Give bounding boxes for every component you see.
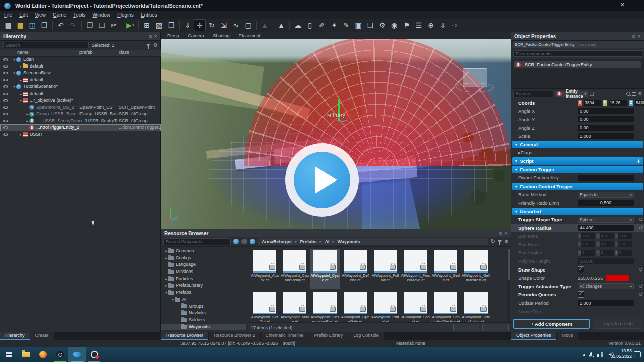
disabled-action-button[interactable]: [482, 324, 509, 331]
tree-expand-icon[interactable]: ▸: [19, 63, 23, 70]
reset-icon[interactable]: ↺: [639, 284, 643, 289]
globe-icon[interactable]: ⊕: [425, 20, 436, 31]
vector-component[interactable]: Y0: [596, 250, 614, 256]
shading-menu[interactable]: Shading: [213, 33, 230, 38]
tab-cinematic-timeline[interactable]: Cinematic Timeline: [261, 332, 309, 340]
folder-tree-item[interactable]: ▾Prefabs: [161, 289, 246, 296]
property-value-field[interactable]: 44.400: [578, 225, 634, 231]
markers-icon[interactable]: ⚑: [401, 20, 412, 31]
resource-item[interactable]: AIWaypoint_ObservationPost.et: [310, 291, 340, 322]
col-class[interactable]: class: [119, 50, 129, 55]
taskbar-clock[interactable]: 10:53 31.05.2022: [610, 348, 632, 359]
height-ruler-icon[interactable]: ▯: [304, 20, 315, 31]
close-panel-icon[interactable]: ✕: [154, 34, 157, 39]
vector-component[interactable]: Y-0.5: [596, 233, 614, 239]
menu-plugins[interactable]: Plugins: [117, 12, 134, 18]
section-header-general[interactable]: ▾General: [512, 141, 643, 148]
filter-icon[interactable]: [146, 44, 150, 47]
tree-expand-icon[interactable]: ▸: [25, 118, 29, 125]
hierarchy-row[interactable]: S...ntrolTriggerEntity_2...tionControlTr…: [0, 124, 161, 131]
property-row[interactable]: Shape Color255,0,0,255: [511, 274, 644, 282]
tree-collapse-icon[interactable]: ▾: [19, 97, 23, 104]
hierarchy-row[interactable]: SSpawnPoint_US_2SpawnPoint_USSCR_SpawnPo…: [0, 104, 161, 111]
filter-components-input[interactable]: [513, 50, 642, 57]
menu-game[interactable]: Game: [53, 12, 66, 18]
firefox-icon[interactable]: [34, 347, 51, 362]
tree-expand-icon[interactable]: ▸: [164, 276, 168, 283]
external-edit-icon[interactable]: ❐: [39, 20, 50, 31]
visibility-toggle[interactable]: [0, 58, 11, 61]
breadcrumb-item[interactable]: AI: [325, 239, 330, 244]
rotate-icon[interactable]: ↻: [206, 20, 217, 31]
tree-expand-icon[interactable]: ▸: [164, 248, 168, 255]
scale-icon[interactable]: ⇲: [218, 20, 229, 31]
ocean-icon[interactable]: ◉: [389, 20, 400, 31]
terrain-sculpt-icon[interactable]: ▲: [259, 20, 270, 31]
hierarchy-row[interactable]: ▸default: [0, 77, 161, 84]
menu-entities[interactable]: Entities: [141, 12, 157, 18]
folder-tree-item[interactable]: Soldiers: [161, 317, 246, 324]
resource-item[interactable]: AIWaypoint_GetIn.et: [431, 249, 460, 289]
placement-menu[interactable]: Placement: [239, 33, 261, 38]
close-panel-icon[interactable]: ✕: [504, 231, 508, 236]
menu-edit[interactable]: Edit: [19, 12, 28, 18]
notification-center-icon[interactable]: [634, 351, 641, 357]
vector-component[interactable]: X-0.5: [578, 233, 595, 239]
export-icon[interactable]: ⇨: [449, 20, 460, 31]
steam-icon[interactable]: [51, 347, 68, 362]
hierarchy-row[interactable]: ▾Eden: [0, 56, 161, 63]
property-row[interactable]: Scale1.000: [511, 132, 644, 140]
visibility-toggle[interactable]: [0, 106, 11, 109]
resource-item[interactable]: AIWaypoint_Defend.et: [341, 249, 370, 289]
property-value-field[interactable]: 0.00: [578, 125, 634, 131]
property-value-field[interactable]: [578, 175, 634, 181]
dock-icon[interactable]: ⊡: [499, 231, 503, 236]
gear-icon[interactable]: ⚙: [638, 91, 642, 96]
section-header-unsorted[interactable]: ▾Unsorted: [512, 208, 643, 215]
tab-resource-browser-2[interactable]: Resource Browser 2: [209, 332, 260, 340]
history-icon[interactable]: [242, 239, 247, 244]
resource-search-input[interactable]: [163, 238, 231, 245]
property-checkbox[interactable]: [578, 266, 584, 273]
new-file-icon[interactable]: ▤: [3, 20, 14, 31]
visibility-toggle[interactable]: [0, 79, 11, 81]
locate-icon[interactable]: [250, 239, 255, 244]
hierarchy-row[interactable]: ▸default: [0, 63, 161, 70]
property-row[interactable]: Angle X0.00: [511, 107, 644, 116]
property-row[interactable]: Periodic Queries↺: [511, 291, 644, 299]
property-row[interactable]: Name Filter: [511, 307, 644, 316]
reset-icon[interactable]: ↺: [639, 292, 643, 297]
tab-prefab-library[interactable]: Prefab Library: [309, 332, 348, 340]
tree-expand-icon[interactable]: ▸: [19, 77, 23, 84]
camera-menu[interactable]: Camera: [188, 33, 204, 38]
reset-icon[interactable]: ↺: [639, 267, 643, 273]
property-dropdown[interactable]: Sphere▾: [578, 217, 634, 223]
refresh-icon[interactable]: ↻: [491, 238, 495, 245]
redo-icon[interactable]: ↷: [67, 20, 78, 31]
hierarchy-row[interactable]: ▸S..._USSR_SentryTeam_1..._USSR_SentryTe…: [0, 118, 161, 125]
property-row[interactable]: CoordsX3894Y15.26Z8458.↺: [511, 99, 644, 107]
resource-item[interactable]: AIWaypoint_OpenGate.et: [341, 291, 370, 322]
resource-item[interactable]: AIWaypoint_Scout.et: [401, 291, 430, 322]
coord-value[interactable]: 15.26: [609, 100, 627, 106]
reset-icon[interactable]: ↺: [639, 100, 643, 106]
hierarchy-row[interactable]: ▾...r_objective (active)*: [0, 97, 161, 104]
property-row[interactable]: Friendly Ratio Limit0,500: [511, 199, 644, 207]
folder-tree-item[interactable]: ▸Configs: [161, 255, 246, 262]
col-name[interactable]: name: [17, 50, 29, 55]
box-select-icon[interactable]: ▢: [243, 20, 254, 31]
apply-to-prefab-button[interactable]: Apply to prefab: [593, 319, 642, 329]
gizmo-y-axis[interactable]: [338, 99, 340, 122]
start-button[interactable]: [0, 347, 17, 362]
gears-icon[interactable]: ⚙: [377, 20, 388, 31]
vector-component[interactable]: Z0: [615, 250, 632, 256]
entity-class-field[interactable]: SCR_FactionControlTriggerEntity: [513, 41, 578, 48]
open-folder-icon[interactable]: ▦: [15, 20, 26, 31]
reset-icon[interactable]: ↺: [639, 225, 643, 231]
visibility-toggle[interactable]: [0, 99, 11, 102]
tray-expand-icon[interactable]: ▴: [583, 352, 586, 357]
network-icon[interactable]: [597, 352, 603, 357]
entity-bounds-icon[interactable]: ⊞: [141, 20, 152, 31]
col-prefab[interactable]: prefab: [79, 50, 93, 55]
vector-component[interactable]: Y0.5: [596, 241, 614, 247]
